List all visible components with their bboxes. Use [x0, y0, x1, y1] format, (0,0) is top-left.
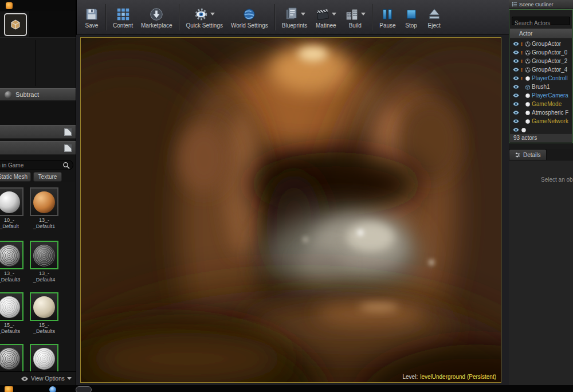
quick-settings-label: Quick Settings: [186, 22, 223, 29]
outliner-row[interactable]: ! PlayerCamera: [510, 91, 572, 100]
visibility-eye-icon[interactable]: [512, 84, 520, 89]
actor-count: 93 actors: [510, 133, 572, 142]
asset-item[interactable]: 10_-_Default: [0, 187, 23, 230]
visibility-eye-icon[interactable]: [512, 101, 520, 107]
os-taskbar: [0, 385, 573, 392]
scene-outliner-tab[interactable]: Scene Outliner: [509, 0, 573, 9]
outliner-row[interactable]: ! GroupActor_2: [510, 57, 572, 65]
stop-button[interactable]: Stop: [400, 5, 423, 30]
outliner-body: Actor ! GroupActor ! GroupActor_0 !: [509, 9, 573, 143]
matinee-button[interactable]: Matinee: [311, 5, 340, 30]
actor-label[interactable]: GameNetwork: [532, 118, 568, 124]
taskbar-start-icon[interactable]: [5, 386, 13, 392]
actor-label[interactable]: Brush1: [532, 84, 550, 90]
pause-button[interactable]: Pause: [375, 5, 399, 30]
world-settings-button[interactable]: World Settings: [227, 5, 272, 30]
build-label: Build: [349, 22, 362, 29]
asset-item[interactable]: 13_-_Default4: [30, 241, 58, 283]
asset-item[interactable]: 15_-_Defaults: [0, 292, 23, 335]
view-options-button[interactable]: View Options: [0, 371, 76, 385]
filter-tab-static-mesh[interactable]: Static Mesh: [0, 172, 31, 182]
blueprints-button[interactable]: Blueprints: [278, 5, 311, 30]
panel-spacer: [0, 101, 76, 125]
asset-item[interactable]: [30, 344, 58, 371]
chevron-down-icon[interactable]: [210, 13, 215, 15]
cave-3d-scene[interactable]: [81, 38, 501, 382]
actor-label[interactable]: GroupActor_4: [532, 66, 567, 73]
filter-tab-texture[interactable]: Texture: [33, 172, 62, 182]
geometry-mode-tab[interactable]: [4, 13, 27, 36]
actor-label[interactable]: Atmospheric F: [532, 109, 568, 116]
asset-item[interactable]: 13_-_Default3: [0, 241, 23, 283]
actor-search-box[interactable]: [512, 17, 570, 25]
actor-label[interactable]: PlayerControll: [532, 75, 568, 81]
actor-label[interactable]: GameMode: [532, 101, 562, 107]
taskbar-browser-icon[interactable]: [49, 386, 56, 392]
asset-name: 15_-_Defaults: [30, 322, 58, 335]
outliner-row[interactable]: ! GroupActor_0: [510, 48, 572, 57]
level-viewport[interactable]: Level:levelUnderground (Persistent): [80, 37, 501, 383]
visibility-eye-icon[interactable]: [512, 41, 520, 46]
content-label: Content: [113, 22, 133, 29]
visibility-eye-icon[interactable]: [512, 110, 520, 115]
subtract-brush-option[interactable]: Subtract: [0, 88, 76, 101]
taskbar-app-icon[interactable]: [76, 386, 92, 392]
details-tab[interactable]: Details: [509, 149, 547, 160]
content-browser-filter-bar[interactable]: [0, 141, 76, 155]
content-button[interactable]: Content: [109, 5, 137, 30]
visibility-eye-icon[interactable]: [512, 50, 520, 55]
warning-mark: !: [521, 58, 524, 64]
geometry-cube-icon: [9, 18, 22, 32]
visibility-eye-icon[interactable]: [512, 93, 520, 98]
content-search-box[interactable]: [0, 160, 73, 170]
actor-search-input[interactable]: [512, 19, 570, 27]
visibility-eye-icon[interactable]: [512, 119, 520, 124]
quick-settings-button[interactable]: Quick Settings: [182, 5, 227, 30]
visibility-eye-icon[interactable]: [512, 67, 520, 72]
actor-label[interactable]: PlayerCamera: [532, 92, 568, 99]
group-actor-icon: [525, 50, 531, 56]
import-asset-icon[interactable]: [64, 144, 72, 152]
outliner-row-partial[interactable]: [510, 126, 572, 134]
visibility-eye-icon[interactable]: [512, 58, 520, 64]
material-sphere-preview: [33, 245, 55, 266]
warning-mark: !: [521, 41, 524, 47]
material-thumbnail: [30, 344, 58, 371]
outliner-title: Scene Outliner: [519, 2, 554, 7]
visibility-eye-icon[interactable]: [512, 127, 520, 132]
outliner-row[interactable]: ! GroupActor: [510, 40, 572, 48]
outliner-row[interactable]: ! PlayerControll: [510, 74, 572, 83]
chevron-down-icon[interactable]: [332, 13, 336, 15]
actor-label[interactable]: GroupActor_2: [532, 58, 567, 64]
chevron-down-icon[interactable]: [361, 13, 366, 15]
asset-item[interactable]: [0, 344, 23, 371]
chevron-down-icon[interactable]: [301, 13, 305, 15]
marketplace-label: Marketplace: [141, 22, 172, 29]
brush-cube-icon: [525, 84, 531, 90]
actor-column-header[interactable]: Actor: [510, 29, 572, 38]
outliner-row[interactable]: ! Brush1: [510, 83, 572, 91]
eject-button[interactable]: Eject: [423, 5, 446, 30]
level-label: Level:: [402, 374, 418, 380]
asset-name: 13_-_Default3: [0, 271, 23, 283]
material-sphere-preview: [0, 191, 20, 213]
outliner-row[interactable]: ! GroupActor_4: [510, 65, 572, 74]
actor-label[interactable]: GroupActor_0: [532, 49, 567, 56]
outliner-row[interactable]: ! GameNetwork: [510, 117, 572, 126]
outliner-row[interactable]: ! GameMode: [510, 100, 572, 108]
outliner-row[interactable]: ! Atmospheric F: [510, 108, 572, 117]
material-thumbnail: [0, 187, 23, 216]
visibility-eye-icon[interactable]: [512, 76, 520, 81]
new-asset-icon[interactable]: [64, 128, 72, 136]
save-button[interactable]: Save: [80, 5, 103, 30]
build-button[interactable]: Build: [340, 5, 370, 30]
actor-label[interactable]: GroupActor: [532, 41, 561, 47]
details-tabbar: Details: [509, 149, 573, 160]
asset-item[interactable]: 13_-_Default1: [30, 187, 58, 230]
matinee-label: Matinee: [316, 22, 336, 29]
marketplace-button[interactable]: Marketplace: [137, 5, 176, 30]
content-browser-source-bar[interactable]: [0, 125, 76, 139]
details-panel: Details Select an ob: [509, 149, 573, 385]
asset-item[interactable]: 15_-_Defaults: [30, 292, 58, 335]
content-search-input[interactable]: [0, 160, 62, 170]
